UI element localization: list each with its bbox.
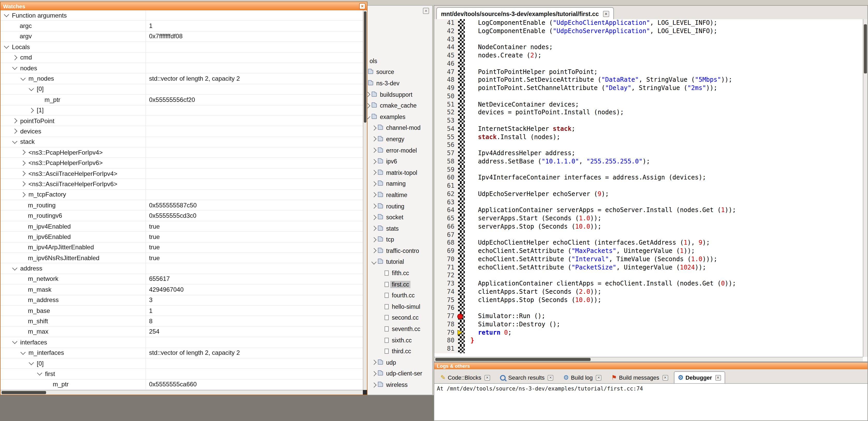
breakpoint-margin[interactable] [458,313,465,321]
breakpoint-margin[interactable] [458,44,465,52]
breakpoint-margin[interactable] [458,19,465,27]
expand-chevron-icon[interactable] [371,170,376,175]
breakpoint-margin[interactable] [458,109,465,117]
close-icon[interactable]: × [548,375,553,380]
watch-row[interactable]: <ns3::PcapHelperForIpv6> [1,158,363,169]
watches-horizontal-scrollbar[interactable] [1,390,363,395]
breakpoint-margin[interactable] [458,272,465,280]
breakpoint-margin[interactable] [458,182,465,190]
expand-chevron-icon[interactable] [371,226,376,231]
tree-item-naming[interactable]: naming [366,178,432,189]
tree-item-fifth-cc[interactable]: fifth.cc [366,268,432,279]
expand-chevron-icon[interactable] [371,159,376,164]
watch-row[interactable]: m_tcpFactory [1,190,363,200]
tree-item-wireless[interactable]: wireless [366,379,432,390]
watch-row[interactable]: pointToPoint [1,116,363,126]
breakpoint-margin[interactable] [458,76,465,85]
tree-item-udp[interactable]: udp [366,357,432,368]
expand-chevron-icon[interactable] [29,86,34,91]
breakpoint-margin[interactable] [458,158,465,166]
tree-item-realtime[interactable]: realtime [366,189,432,200]
close-icon[interactable]: × [423,8,429,14]
tree-item-socket[interactable]: socket [366,212,432,223]
breakpoint-margin[interactable] [458,125,465,133]
watch-row[interactable]: m_routing0x555555587c50 [1,200,363,211]
tree-item-first-cc[interactable]: first.cc [366,279,432,290]
breakpoint-margin[interactable] [458,345,465,353]
watch-row[interactable]: m_ipv4Enabledtrue [1,221,363,232]
expand-chevron-icon[interactable] [37,370,42,376]
tree-item-traffic-contro[interactable]: traffic-contro [366,245,432,256]
expand-chevron-icon[interactable] [371,215,376,220]
breakpoint-margin[interactable] [458,198,465,206]
expand-chevron-icon[interactable] [371,203,376,209]
breakpoint-margin[interactable] [458,329,465,337]
close-icon[interactable]: × [603,10,609,17]
tree-item-ns-3-dev[interactable]: ns-3-dev [366,77,432,89]
code-area[interactable]: 41 LogComponentEnable ("UdpEchoClientApp… [434,19,863,357]
expand-chevron-icon[interactable] [21,182,26,187]
tree-item-sixth-cc[interactable]: sixth.cc [366,335,432,346]
breakpoint-margin[interactable] [458,133,465,141]
breakpoint-margin[interactable] [458,263,465,272]
watch-row[interactable]: <ns3::AsciiTraceHelperForIpv4> [1,169,363,179]
expand-chevron-icon[interactable] [371,148,376,153]
watch-row[interactable]: argv0x7fffffffdf08 [1,32,363,42]
watch-row[interactable]: [1] [1,105,363,116]
watch-row[interactable]: address [1,263,363,274]
watch-row[interactable]: m_network655617 [1,274,363,285]
scrollbar-thumb[interactable] [364,11,367,123]
breakpoint-margin[interactable] [458,35,465,44]
expand-chevron-icon[interactable] [12,265,17,270]
expand-chevron-icon[interactable] [29,108,34,113]
expand-chevron-icon[interactable] [12,129,17,134]
expand-chevron-icon[interactable] [21,75,26,80]
logs-tab-search-results[interactable]: Search results× [496,371,558,383]
expand-chevron-icon[interactable] [12,139,17,144]
breakpoint-margin[interactable] [458,321,465,329]
expand-chevron-icon[interactable] [371,382,376,387]
breakpoint-margin[interactable] [458,60,465,68]
close-icon[interactable]: × [359,3,365,9]
breakpoint-margin[interactable] [458,231,465,239]
expand-chevron-icon[interactable] [371,181,376,187]
logs-tab-build-messages[interactable]: ⚑Build messages× [607,371,672,383]
logs-tab-code-blocks[interactable]: ✎Code::Blocks× [436,371,494,383]
tree-item-buildsupport[interactable]: buildsupport [366,89,432,100]
breakpoint-margin[interactable] [458,93,465,101]
watch-row[interactable]: m_base1 [1,306,363,316]
watch-row[interactable]: m_shift8 [1,316,363,327]
expand-chevron-icon[interactable] [12,118,17,123]
logs-tab-debugger[interactable]: ⚙Debugger× [674,371,725,383]
expand-chevron-icon[interactable] [4,12,9,17]
breakpoint-margin[interactable] [458,68,465,76]
watch-row[interactable]: m_interfacesstd::vector of length 2, cap… [1,348,363,358]
expand-chevron-icon[interactable] [371,237,376,242]
watch-row[interactable]: nodes [1,63,363,74]
breakpoint-margin[interactable] [458,304,465,313]
tree-item-stats[interactable]: stats [366,223,432,234]
watch-row[interactable]: Function arguments [1,10,363,21]
editor-horizontal-scrollbar[interactable] [434,357,863,361]
close-icon[interactable]: × [596,375,601,380]
breakpoint-margin[interactable] [458,166,465,174]
scrollbar-thumb[interactable] [2,391,46,394]
breakpoint-margin[interactable] [458,52,465,60]
tree-item-cmake-cache[interactable]: cmake_cache [366,100,432,111]
watch-row[interactable]: m_mask4294967040 [1,285,363,295]
close-icon[interactable]: × [715,375,721,380]
watch-row[interactable]: [0] [1,84,363,95]
watch-row[interactable]: stack [1,137,363,148]
tree-item-examples[interactable]: examples [366,111,432,122]
breakpoint-margin[interactable] [458,296,465,304]
watch-row[interactable]: devices [1,126,363,137]
tree-item-routing[interactable]: routing [366,200,432,212]
watch-row[interactable]: <ns3::AsciiTraceHelperForIpv6> [1,179,363,190]
resize-grip[interactable] [363,390,367,395]
watch-row[interactable]: m_address3 [1,295,363,306]
watches-titlebar[interactable]: Watches × [1,2,367,10]
breakpoint-margin[interactable] [458,84,465,93]
tree-item-tcp[interactable]: tcp [366,234,432,245]
tree-item-error-model[interactable]: error-model [366,145,432,156]
expand-chevron-icon[interactable] [21,150,26,155]
